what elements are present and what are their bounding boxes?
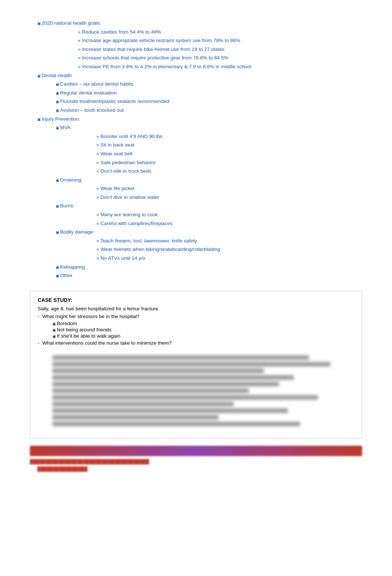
burns-sublist: Many are learning to cook Careful with c… [56,211,362,227]
injury-prevention-item: Injury Prevention: MVA: Booster until 4'… [30,115,362,280]
national-goals-sublist: Reduce cavities from 54.4% to 49% Increa… [37,28,362,71]
kidnapping-item: Kidnapping [37,263,362,271]
dash-icon-2: - [38,340,39,346]
drowning-sub-2: Don't dive in shallow water [56,193,362,201]
dental-item-3: Fluoride treatment/plastic sealants reco… [37,97,362,106]
mva-sub-5: Don't ride in truck beds [56,167,362,175]
injury-sublist: MVA: Booster until 4'9 AND 90 lbs Sit in… [37,124,362,280]
dental-sublist: Cavities – lax about dental habits Regul… [37,80,362,114]
ng-item-2: Increase age-appropriate vehicle restrai… [37,37,362,45]
bottom-subtext: ██████████████████████████████████████ [30,459,362,464]
bodily-sub-1: Teach firearm, tool, lawnmower, knife sa… [56,237,362,245]
case-study-box: CASE STUDY: Sally, age 8, has been hospi… [30,291,362,438]
mva-sublist: Booster until 4'9 AND 90 lbs Sit in back… [56,132,362,175]
blurred-answer-area [38,349,354,432]
dash-icon: - [38,314,39,319]
bodily-sub-2: Wear helmets when biking/skateboarding/r… [56,245,362,253]
mva-item: MVA: Booster until 4'9 AND 90 lbs Sit in… [37,124,362,175]
ng-item-1: Reduce cavities from 54.4% to 49% [37,28,362,36]
case-question-1: - What might her stressors be in the hos… [38,314,354,319]
burns-sub-2: Careful with campfires/fireplaces [56,220,362,228]
drowning-item: Drowning: Wear life jacket Don't dive in… [37,176,362,201]
stressor-1: Boredom [52,321,354,326]
national-goals-item: 2020 national health goals: Reduce cavit… [30,19,362,71]
bodily-sublist: Teach firearm, tool, lawnmower, knife sa… [56,237,362,262]
stressor-2: Not being around friends [52,327,354,332]
bottom-header-bar [30,446,362,456]
ng-item-5: Increase PE from 3.8% to 4.2% in element… [37,63,362,71]
other-item: Other [37,272,362,280]
dental-item-2: Regular dental evaluation [37,89,362,97]
stressors-list: Boredom Not being around friends If she'… [38,321,354,339]
case-study-intro: Sally, age 8, has been hospitalized for … [38,306,354,311]
burns-item: Burns: Many are learning to cook Careful… [37,202,362,227]
outline-list: 2020 national health goals: Reduce cavit… [30,19,362,280]
mva-sub-1: Booster until 4'9 AND 90 lbs [56,132,362,141]
drowning-sub-1: Wear life jacket [56,184,362,193]
ng-item-3: Increase states that require bike-helmet… [37,45,362,54]
case-question-2: - What interventions could the nurse tak… [38,340,354,346]
stressor-3: If she'll be able to walk again [52,333,354,339]
case-study-title: CASE STUDY: [38,297,354,303]
drowning-sublist: Wear life jacket Don't dive in shallow w… [56,184,362,201]
mva-sub-2: Sit in back seat [56,141,362,149]
bottom-section: ██████████████████████████████████████ █… [30,446,362,472]
bodily-sub-3: No ATVs until 14 y/o [56,254,362,262]
bottom-link: ████████████████ [37,466,362,472]
burns-sub-1: Many are learning to cook [56,211,362,219]
page-content: 2020 national health goals: Reduce cavit… [30,7,362,472]
mva-sub-4: Safe pedestrian behavior [56,159,362,167]
dental-item-1: Cavities – lax about dental habits [37,80,362,88]
ng-item-4: Increase schools that require protective… [37,54,362,62]
mva-sub-3: Wear seat belt [56,150,362,158]
dental-health-item: Dental Health Cavities – lax about denta… [30,72,362,114]
dental-item-4: Avulsion – tooth knocked out [37,106,362,114]
bodily-item: Bodily damage: Teach firearm, tool, lawn… [37,228,362,262]
